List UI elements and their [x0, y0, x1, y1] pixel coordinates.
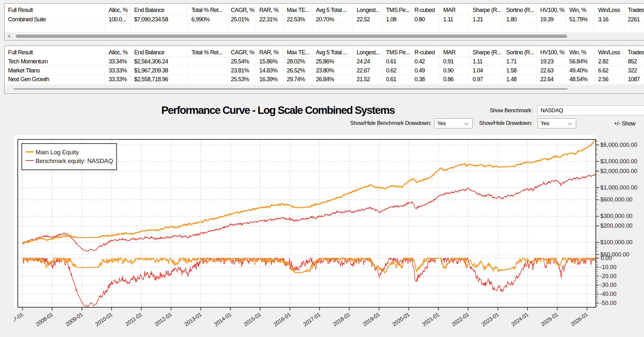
svg-text:2020-01: 2020-01 — [391, 311, 411, 328]
svg-text:$6,000,000.00: $6,000,000.00 — [600, 142, 638, 148]
svg-text:2016-01: 2016-01 — [273, 311, 292, 328]
svg-text:2024-01: 2024-01 — [510, 311, 530, 328]
svg-text:-20.00: -20.00 — [600, 273, 617, 279]
svg-text:$600,000.00: $600,000.00 — [600, 196, 633, 203]
svg-text:2015-01: 2015-01 — [243, 311, 262, 328]
svg-text:2013-01: 2013-01 — [183, 311, 203, 328]
svg-text:2010-01: 2010-01 — [94, 311, 113, 328]
svg-text:Benchmark equity: NASDAQ: Benchmark equity: NASDAQ — [36, 158, 113, 164]
svg-text:2012-01: 2012-01 — [154, 311, 173, 328]
svg-text:2011-01: 2011-01 — [124, 311, 143, 327]
svg-text:2021-01: 2021-01 — [421, 311, 440, 328]
svg-text:0.00: 0.00 — [601, 255, 612, 261]
svg-text:-40.00: -40.00 — [600, 291, 617, 297]
svg-text:-50.00: -50.00 — [600, 300, 617, 306]
svg-text:2019-01: 2019-01 — [361, 311, 381, 328]
svg-text:$1,000,000.00: $1,000,000.00 — [600, 184, 638, 191]
svg-text:2008-01: 2008-01 — [35, 311, 54, 328]
svg-text:$200,000.00: $200,000.00 — [600, 223, 633, 229]
svg-text:Main Log Equity: Main Log Equity — [36, 149, 79, 156]
svg-text:$2,000,000.00: $2,000,000.00 — [600, 168, 638, 174]
svg-text:2017-01: 2017-01 — [302, 311, 322, 328]
svg-text:2023-01: 2023-01 — [480, 311, 500, 328]
svg-text:2022-01: 2022-01 — [451, 311, 470, 328]
svg-text:2025-01: 2025-01 — [540, 311, 559, 328]
svg-text:-30.00: -30.00 — [600, 282, 617, 288]
svg-text:2018-01: 2018-01 — [332, 311, 351, 328]
svg-text:2009-01: 2009-01 — [64, 311, 84, 328]
svg-text:$300,000.00: $300,000.00 — [600, 213, 633, 219]
svg-text:2014-01: 2014-01 — [213, 311, 232, 328]
svg-text:2026-01: 2026-01 — [570, 311, 589, 328]
svg-text:$100,000.00: $100,000.00 — [600, 239, 633, 245]
svg-text:-10.00: -10.00 — [600, 264, 617, 270]
svg-text:$3,000,000.00: $3,000,000.00 — [600, 158, 638, 165]
